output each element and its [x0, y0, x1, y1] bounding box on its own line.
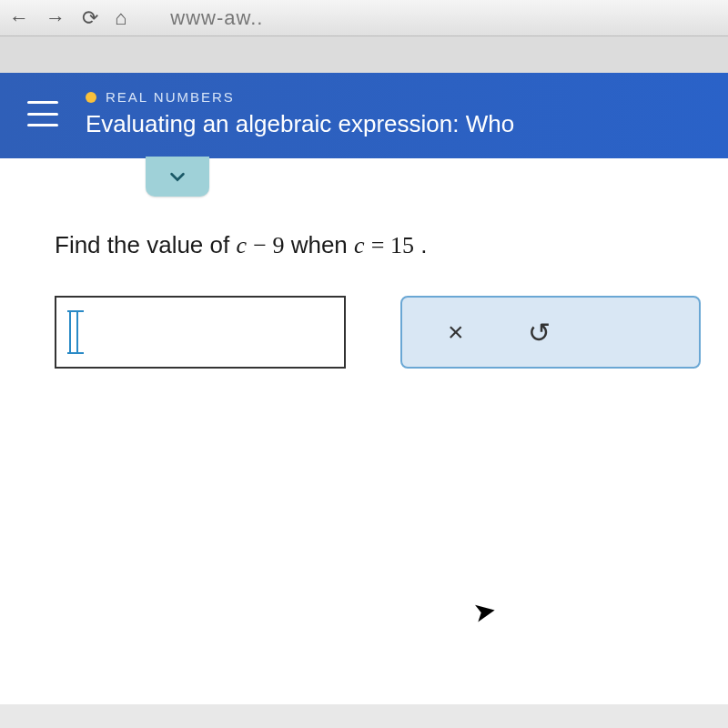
topic-title: Evaluating an algebraic expression: Who	[86, 110, 706, 138]
x-icon: ×	[448, 317, 464, 348]
q-op: −	[253, 232, 272, 258]
app-header: REAL NUMBERS Evaluating an algebraic exp…	[0, 73, 728, 158]
question-text: Find the value of c − 9 when c = 15 .	[55, 231, 701, 259]
q-mid: when	[291, 231, 354, 258]
back-icon[interactable]: ←	[9, 6, 29, 30]
menu-icon[interactable]	[27, 101, 58, 126]
category-label: REAL NUMBERS	[106, 89, 235, 105]
forward-icon[interactable]: →	[46, 6, 66, 30]
q-eq: =	[371, 232, 390, 258]
undo-button[interactable]: ↺	[528, 317, 551, 349]
header-text: REAL NUMBERS Evaluating an algebraic exp…	[86, 89, 706, 138]
answer-input[interactable]	[55, 296, 346, 369]
browser-toolbar: ← → ⟳ ⌂ www-aw..	[0, 0, 728, 36]
q-var2: c	[354, 232, 365, 258]
home-icon[interactable]: ⌂	[115, 6, 126, 30]
clear-button[interactable]: ×	[448, 317, 464, 348]
window-gap	[0, 36, 728, 73]
q-prefix: Find the value of	[55, 231, 236, 258]
tool-panel: × ↺	[400, 296, 701, 369]
chevron-down-icon	[167, 167, 187, 187]
input-row: × ↺	[55, 296, 701, 369]
category-dot-icon	[86, 92, 96, 103]
q-k1: 9	[272, 232, 284, 258]
mouse-cursor-icon: ➤	[470, 593, 499, 629]
url-fragment: www-aw..	[170, 6, 263, 30]
input-cursor-icon	[69, 312, 78, 352]
q-var1: c	[236, 232, 247, 258]
q-suffix: .	[420, 231, 427, 258]
content-area: Find the value of c − 9 when c = 15 . × …	[0, 158, 728, 704]
undo-icon: ↺	[528, 317, 551, 349]
reload-icon[interactable]: ⟳	[82, 6, 98, 30]
q-k2: 15	[390, 232, 414, 258]
expand-tab[interactable]	[146, 157, 209, 197]
